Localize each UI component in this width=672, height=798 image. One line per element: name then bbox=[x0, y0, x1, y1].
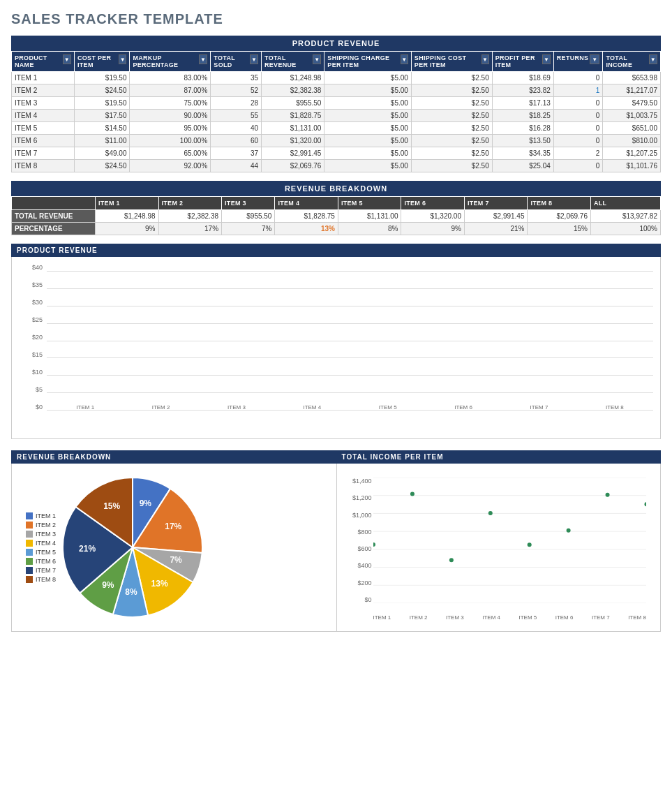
col-header-2: MARKUP PERCENTAGE▼ bbox=[130, 52, 211, 72]
line-x-label: ITEM 3 bbox=[446, 614, 464, 621]
legend-color bbox=[26, 522, 33, 529]
breakdown-row-label: PERCENTAGE bbox=[12, 223, 96, 235]
breakdown-header-row: ITEM 1ITEM 2ITEM 3ITEM 4ITEM 5ITEM 6ITEM… bbox=[12, 197, 661, 210]
table-cell: 87.00% bbox=[130, 84, 211, 97]
breakdown-col-6: ITEM 7 bbox=[464, 197, 528, 210]
line-x-labels: ITEM 1ITEM 2ITEM 3ITEM 4ITEM 5ITEM 6ITEM… bbox=[373, 614, 647, 621]
breakdown-cell: 9% bbox=[96, 223, 159, 235]
bar-chart-container: $0$5$10$15$20$25$30$35$40 ITEM 1ITEM 2IT… bbox=[11, 257, 661, 439]
line-dot bbox=[373, 542, 375, 547]
dropdown-icon-4[interactable]: ▼ bbox=[313, 54, 321, 64]
table-cell: 0 bbox=[553, 97, 603, 110]
col-header-1: COST PER ITEM▼ bbox=[75, 52, 130, 72]
bar-y-labels: $0$5$10$15$20$25$30$35$40 bbox=[19, 264, 45, 411]
dropdown-icon-1[interactable]: ▼ bbox=[119, 54, 126, 64]
breakdown-table-body: TOTAL REVENUE$1,248.98$2,382.38$955.50$1… bbox=[12, 210, 661, 235]
breakdown-cell: $1,828.75 bbox=[275, 210, 338, 223]
bar-y-label: $5 bbox=[19, 386, 43, 393]
breakdown-cell: 9% bbox=[401, 223, 465, 235]
col-header-0: PRODUCT NAME▼ bbox=[12, 52, 75, 72]
breakdown-cell: 7% bbox=[222, 223, 275, 235]
revenue-breakdown-table: ITEM 1ITEM 2ITEM 3ITEM 4ITEM 5ITEM 6ITEM… bbox=[11, 196, 661, 235]
table-cell: $2.50 bbox=[411, 147, 492, 160]
legend-item: ITEM 6 bbox=[26, 558, 56, 565]
pie-label: 13% bbox=[151, 579, 168, 589]
legend-label: ITEM 7 bbox=[36, 567, 56, 574]
bar-y-label: $20 bbox=[19, 334, 43, 341]
table-cell: 1 bbox=[553, 84, 603, 97]
product-revenue-header: PRODUCT REVENUE bbox=[11, 36, 661, 51]
link-cell[interactable]: 1 bbox=[596, 87, 600, 94]
bar-chart: $0$5$10$15$20$25$30$35$40 ITEM 1ITEM 2IT… bbox=[19, 264, 653, 431]
table-cell: $2,069.76 bbox=[262, 160, 324, 172]
line-chart-container: $0$200$400$600$800$1,000$1,200$1,400 ITE… bbox=[336, 464, 662, 632]
breakdown-cell: $13,927.82 bbox=[591, 210, 661, 223]
bars-wrapper: ITEM 1ITEM 2ITEM 3ITEM 4ITEM 5ITEM 6ITEM… bbox=[47, 271, 653, 411]
table-row: ITEM 4$17.5090.00%55$1,828.75$5.00$2.50$… bbox=[12, 110, 661, 122]
table-cell: $1,248.98 bbox=[262, 72, 324, 84]
line-x-label: ITEM 6 bbox=[555, 614, 574, 621]
pie-legend: ITEM 1ITEM 2ITEM 3ITEM 4ITEM 5ITEM 6ITEM… bbox=[26, 512, 56, 583]
table-cell: $19.50 bbox=[75, 72, 130, 84]
table-cell: $1,131.00 bbox=[262, 122, 324, 135]
table-cell: 44 bbox=[211, 160, 262, 172]
breakdown-cell: 17% bbox=[158, 223, 222, 235]
table-row: ITEM 6$11.00100.00%60$1,320.00$5.00$2.50… bbox=[12, 135, 661, 147]
breakdown-cell: 15% bbox=[528, 223, 591, 235]
breakdown-col-8: ALL bbox=[591, 197, 661, 210]
breakdown-col-5: ITEM 6 bbox=[401, 197, 465, 210]
breakdown-cell: $1,131.00 bbox=[338, 210, 401, 223]
breakdown-row: TOTAL REVENUE$1,248.98$2,382.38$955.50$1… bbox=[12, 210, 661, 223]
breakdown-col-2: ITEM 3 bbox=[222, 197, 275, 210]
legend-label: ITEM 5 bbox=[36, 549, 56, 556]
dropdown-icon-7[interactable]: ▼ bbox=[542, 54, 551, 64]
pie-label: 17% bbox=[165, 522, 181, 531]
table-cell: 0 bbox=[553, 110, 603, 122]
line-dot bbox=[566, 529, 570, 533]
dropdown-icon-6[interactable]: ▼ bbox=[481, 54, 489, 64]
table-cell: ITEM 7 bbox=[12, 147, 75, 160]
table-cell: ITEM 1 bbox=[12, 72, 75, 84]
table-cell: 95.00% bbox=[130, 122, 211, 135]
dropdown-icon-0[interactable]: ▼ bbox=[63, 54, 71, 64]
table-cell: ITEM 5 bbox=[12, 122, 75, 135]
legend-item: ITEM 4 bbox=[26, 540, 56, 547]
legend-color bbox=[26, 540, 33, 547]
bar-y-label: $10 bbox=[19, 369, 43, 376]
dropdown-icon-9[interactable]: ▼ bbox=[649, 54, 657, 64]
dropdown-icon-2[interactable]: ▼ bbox=[199, 54, 207, 64]
bar-y-label: $0 bbox=[19, 404, 43, 411]
revenue-breakdown-header: REVENUE BREAKDOWN bbox=[11, 181, 661, 196]
dropdown-icon-8[interactable]: ▼ bbox=[590, 54, 599, 64]
table-cell: ITEM 8 bbox=[12, 160, 75, 172]
bar-item: ITEM 4 bbox=[281, 401, 343, 411]
col-header-7: PROFIT PER ITEM▼ bbox=[492, 52, 553, 72]
table-cell: $2.50 bbox=[411, 135, 492, 147]
bar-y-label: $25 bbox=[19, 316, 43, 323]
breakdown-cell: $1,248.98 bbox=[96, 210, 159, 223]
table-cell: $11.00 bbox=[75, 135, 130, 147]
table-cell: $5.00 bbox=[324, 72, 412, 84]
legend-label: ITEM 2 bbox=[36, 522, 56, 529]
bar-item: ITEM 7 bbox=[507, 401, 570, 411]
line-chart-title: TOTAL INCOME PER ITEM bbox=[336, 450, 662, 464]
table-cell: $1,101.76 bbox=[603, 160, 661, 172]
dropdown-icon-5[interactable]: ▼ bbox=[401, 54, 408, 64]
breakdown-row: PERCENTAGE9%17%7%13%8%9%21%15%100% bbox=[12, 223, 661, 235]
pie-label: 7% bbox=[170, 555, 182, 565]
breakdown-row-label: TOTAL REVENUE bbox=[12, 210, 96, 223]
bar-item: ITEM 2 bbox=[129, 401, 192, 411]
dropdown-icon-3[interactable]: ▼ bbox=[250, 54, 258, 64]
product-revenue-section: PRODUCT REVENUE PRODUCT NAME▼COST PER IT… bbox=[11, 36, 661, 172]
line-chart-section: TOTAL INCOME PER ITEM $0$200$400$600$800… bbox=[336, 450, 662, 632]
line-x-label: ITEM 4 bbox=[482, 614, 500, 621]
line-y-label: $0 bbox=[345, 596, 372, 603]
legend-label: ITEM 4 bbox=[36, 540, 56, 547]
table-row: ITEM 5$14.5095.00%40$1,131.00$5.00$2.50$… bbox=[12, 122, 661, 135]
table-row: ITEM 7$49.0065.00%37$2,991.45$5.00$2.50$… bbox=[12, 147, 661, 160]
table-cell: $2.50 bbox=[411, 72, 492, 84]
breakdown-col-3: ITEM 4 bbox=[275, 197, 338, 210]
pie-chart-title: REVENUE BREAKDOWN bbox=[11, 450, 336, 464]
line-y-label: $200 bbox=[345, 579, 372, 586]
table-cell: 92.00% bbox=[130, 160, 211, 172]
